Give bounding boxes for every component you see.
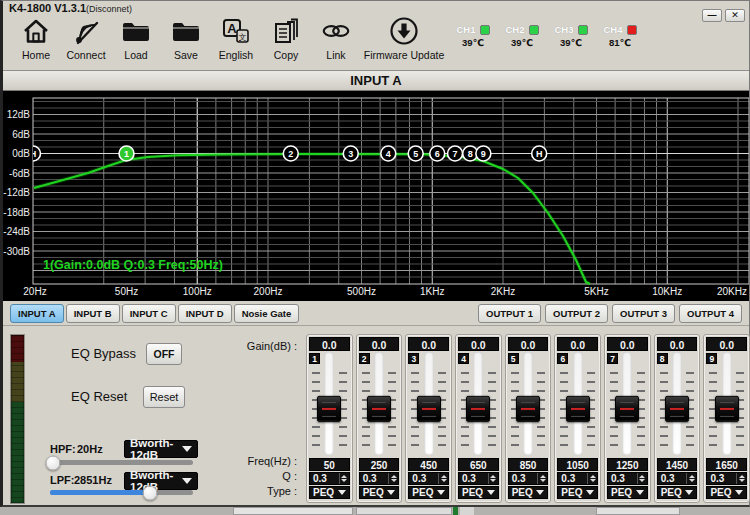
channel-temperature: 81℃ — [609, 37, 631, 48]
band-slider-knob[interactable] — [317, 395, 341, 421]
channel-label: CH3 — [554, 24, 573, 35]
band-slider-knob[interactable] — [516, 395, 540, 421]
band-type-dropdown[interactable]: PEQ — [458, 486, 499, 499]
band-slider-knob[interactable] — [466, 395, 490, 421]
band-type-dropdown[interactable]: PEQ — [557, 486, 598, 499]
band-q-spinner[interactable]: 0.3 — [657, 472, 698, 485]
band-5-marker[interactable]: 5 — [408, 146, 423, 161]
hpf-type-dropdown[interactable]: Bworth-12dB — [124, 440, 198, 458]
toolbar-button-label: Link — [326, 49, 345, 61]
tabs-row: INPUT A INPUT B INPUT C INPUT D Nosie Ga… — [3, 301, 749, 326]
tab-output-4[interactable]: OUTPUT 4 — [679, 304, 742, 323]
band-3-marker[interactable]: 3 — [343, 146, 358, 161]
svg-text:2: 2 — [288, 149, 293, 159]
tab-input-5[interactable]: Nosie Gate — [234, 304, 300, 323]
band-type-dropdown[interactable]: PEQ — [607, 486, 648, 499]
band-slider-knob[interactable] — [566, 395, 590, 421]
dropdown-arrow-icon — [536, 490, 544, 495]
spinner-arrows-icon[interactable] — [736, 473, 746, 484]
band-type-dropdown[interactable]: PEQ — [309, 486, 350, 499]
y-axis-label: 12dB — [7, 109, 31, 120]
band-q-spinner[interactable]: 0.3 — [607, 472, 648, 485]
desktop-background-strip — [0, 507, 750, 515]
toolbar: Home Connect Load Save A文 English Copy L… — [3, 14, 749, 69]
band-slider-knob[interactable] — [715, 395, 739, 421]
band-gain-slider[interactable] — [657, 364, 698, 457]
toolbar-button[interactable]: Home — [11, 14, 61, 61]
band-gain-slider[interactable] — [557, 364, 598, 457]
eq-band-strip: 0.0 6 1050 0.3 PEQ — [554, 334, 601, 503]
band-gain-slider[interactable] — [408, 364, 449, 457]
tab-input-2[interactable]: INPUT B — [66, 304, 120, 323]
spinner-arrows-icon[interactable] — [686, 473, 696, 484]
lpf-type-dropdown[interactable]: Bworth-12dB — [124, 472, 198, 490]
spinner-arrows-icon[interactable] — [637, 473, 647, 484]
eq-bypass-button[interactable]: OFF — [146, 343, 182, 365]
toolbar-button[interactable]: Connect — [61, 14, 111, 61]
toolbar-button-label: Save — [174, 49, 198, 61]
x-axis-label: 2KHz — [491, 286, 515, 297]
y-axis-label: -6dB — [9, 168, 30, 179]
toolbar-button[interactable]: Firmware Update — [361, 14, 447, 61]
band-type-dropdown[interactable]: PEQ — [408, 486, 449, 499]
band-q-spinner[interactable]: 0.3 — [458, 472, 499, 485]
band-gain-slider[interactable] — [309, 364, 350, 457]
channel-status-led — [578, 25, 588, 35]
eq-reset-button[interactable]: Reset — [143, 386, 185, 408]
spinner-arrows-icon[interactable] — [388, 473, 398, 484]
spinner-arrows-icon[interactable] — [488, 473, 498, 484]
band-q-spinner[interactable]: 0.3 — [706, 472, 747, 485]
band-gain-slider[interactable] — [706, 364, 747, 457]
band-type-dropdown[interactable]: PEQ — [657, 486, 698, 499]
band-slider-knob[interactable] — [367, 395, 391, 421]
toolbar-button[interactable]: Copy — [261, 14, 311, 61]
band-2-marker[interactable]: 2 — [283, 146, 298, 161]
lpf-slider-knob[interactable] — [143, 485, 158, 500]
eq-curve-graph[interactable]: 12dB6dB0dB-6dB-12dB-18dB-24dB-30dB20Hz50… — [3, 91, 749, 301]
band-q-spinner[interactable]: 0.3 — [408, 472, 449, 485]
hpf-slider-knob[interactable] — [45, 455, 60, 470]
channel-status: CH2 39℃ — [504, 24, 540, 48]
band-gain-slider[interactable] — [508, 364, 549, 457]
lpf-slider[interactable] — [50, 490, 193, 495]
tab-input-4[interactable]: INPUT D — [178, 304, 232, 323]
band-4-marker[interactable]: 4 — [381, 146, 396, 161]
band-slider-knob[interactable] — [665, 395, 689, 421]
filter-handle-marker[interactable]: H — [532, 146, 547, 161]
band-q-spinner[interactable]: 0.3 — [359, 472, 400, 485]
toolbar-button[interactable]: Link — [311, 14, 361, 61]
band-type-dropdown[interactable]: PEQ — [359, 486, 400, 499]
band-q-spinner[interactable]: 0.3 — [557, 472, 598, 485]
toolbar-button[interactable]: Load — [111, 14, 161, 61]
band-q-spinner[interactable]: 0.3 — [508, 472, 549, 485]
hpf-slider[interactable] — [50, 460, 193, 465]
band-gain-slider[interactable] — [458, 364, 499, 457]
band-type-dropdown[interactable]: PEQ — [706, 486, 747, 499]
tab-output-1[interactable]: OUTPUT 1 — [478, 304, 541, 323]
tab-output-2[interactable]: OUTPUT 2 — [545, 304, 608, 323]
dropdown-arrow-icon — [685, 490, 693, 495]
toolbar-button[interactable]: Save — [161, 14, 211, 61]
spinner-arrows-icon[interactable] — [537, 473, 547, 484]
band-slider-knob[interactable] — [417, 395, 441, 421]
tab-input-3[interactable]: INPUT C — [122, 304, 176, 323]
spinner-arrows-icon[interactable] — [339, 473, 349, 484]
band-gain-slider[interactable] — [607, 364, 648, 457]
band-q-spinner[interactable]: 0.3 — [309, 472, 350, 485]
tab-output-3[interactable]: OUTPUT 3 — [612, 304, 675, 323]
spinner-arrows-icon[interactable] — [438, 473, 448, 484]
band-1-marker[interactable]: 1 — [119, 146, 134, 161]
lpf-label: LPF: — [50, 474, 74, 486]
spinner-arrows-icon[interactable] — [587, 473, 597, 484]
band-9-marker[interactable]: 9 — [476, 146, 491, 161]
tab-input-1[interactable]: INPUT A — [10, 304, 64, 323]
band-type-dropdown[interactable]: PEQ — [508, 486, 549, 499]
band-slider-knob[interactable] — [615, 395, 639, 421]
toolbar-button[interactable]: A文 English — [211, 14, 261, 61]
band-6-marker[interactable]: 6 — [430, 146, 445, 161]
band-type-value: PEQ — [363, 487, 384, 498]
band-gain-slider[interactable] — [359, 364, 400, 457]
band-7-marker[interactable]: 7 — [448, 146, 463, 161]
graph-title: INPUT A — [3, 70, 749, 91]
channel-status: CH3 39℃ — [553, 24, 589, 48]
